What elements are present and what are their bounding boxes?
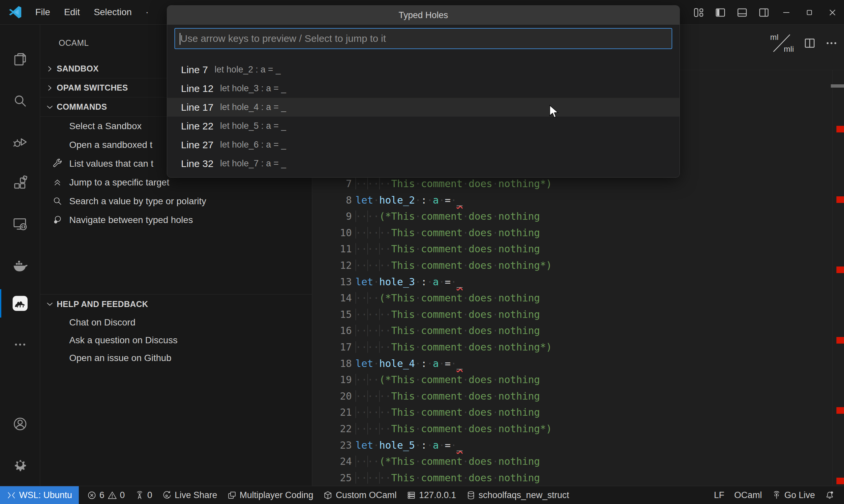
ml-mli-switch-icon[interactable]: mlmli xyxy=(769,33,795,54)
chevron-right-icon xyxy=(45,83,55,93)
chevron-right-icon xyxy=(45,64,55,74)
command-label: Jump to a specific target xyxy=(69,177,169,188)
token: · xyxy=(427,194,433,206)
token: This xyxy=(391,227,415,238)
activity-bar xyxy=(0,25,40,486)
activity-item-search[interactable] xyxy=(0,84,40,117)
quick-pick-item-description: let hole_4 : a = _ xyxy=(220,102,286,112)
status-eol[interactable]: LF xyxy=(709,486,729,504)
activity-item-settings[interactable] xyxy=(0,448,40,481)
status-remote-indicator[interactable]: WSL: Ubuntu xyxy=(0,486,79,504)
quick-pick-input[interactable] xyxy=(175,29,672,49)
token: nothing xyxy=(499,292,540,304)
token: This xyxy=(391,259,415,271)
menu-edit[interactable]: Edit xyxy=(57,0,87,24)
help-item[interactable]: Chat on Discord xyxy=(40,313,312,331)
section-header-help-and-feedback[interactable]: HELP AND FEEDBACK xyxy=(40,294,312,313)
live-share-icon xyxy=(162,490,172,500)
toggle-sidebar-icon[interactable] xyxy=(709,0,731,25)
minimap-slider[interactable] xyxy=(831,84,844,88)
quick-pick-item[interactable]: Line 32let hole_7 : a = _ xyxy=(167,154,679,173)
activity-item-accounts[interactable] xyxy=(0,408,40,440)
customize-layout-icon[interactable] xyxy=(688,0,709,25)
code-line: 25······This·comment·does·nothing xyxy=(312,470,829,486)
help-item-label: Open an issue on Github xyxy=(69,353,171,363)
activity-item-extensions[interactable] xyxy=(0,167,40,200)
status-ports[interactable]: 0 xyxy=(130,486,157,504)
quick-pick-item[interactable]: Line 12let hole_3 : a = _ xyxy=(167,79,679,98)
token: · xyxy=(463,423,468,434)
help-item[interactable]: Open an issue on Github xyxy=(40,349,312,367)
activity-item-run-debug[interactable] xyxy=(0,126,40,159)
status-live-share[interactable]: Live Share xyxy=(157,486,222,504)
menu-dots[interactable]: · xyxy=(139,0,156,24)
mouse-cursor xyxy=(547,105,561,119)
token: = xyxy=(445,439,451,451)
status-custom-ocaml[interactable]: Custom OCaml xyxy=(318,486,401,504)
more-actions-icon[interactable] xyxy=(825,37,838,50)
command-item[interactable]: Navigate between typed holes xyxy=(40,211,312,229)
activity-item-ocaml-platform[interactable] xyxy=(0,287,40,320)
status-text: Live Share xyxy=(175,490,217,500)
quick-pick-item[interactable]: Line 27let hole_6 : a = _ xyxy=(167,136,679,154)
help-item-label: Ask a question on Discuss xyxy=(69,335,177,345)
token: ···· xyxy=(356,455,379,467)
command-label: Search a value by type or polarity xyxy=(69,196,206,206)
command-item[interactable]: Search a value by type or polarity xyxy=(40,192,312,211)
minimize-button[interactable] xyxy=(775,0,798,25)
token: comment xyxy=(421,227,463,238)
toggle-panel-icon[interactable] xyxy=(731,0,753,25)
quick-pick-item[interactable]: Line 7let hole_2 : a = _ xyxy=(167,60,679,79)
token: does xyxy=(468,472,492,484)
token: · xyxy=(492,227,498,238)
maximize-button[interactable] xyxy=(798,0,821,25)
typed-hole-underscore: _ xyxy=(457,439,463,451)
token: : xyxy=(421,358,427,369)
token: hole_3 xyxy=(379,276,415,288)
token: nothing xyxy=(499,243,540,255)
status-problems[interactable]: 60 xyxy=(82,486,130,504)
quick-pick-item-label: Line 7 xyxy=(181,64,208,75)
token: comment xyxy=(421,309,463,320)
token: · xyxy=(373,439,379,451)
chevron-down-icon xyxy=(45,299,55,309)
token: ···· xyxy=(356,374,379,385)
quick-pick-item[interactable]: Line 22let hole_5 : a = _ xyxy=(167,116,679,136)
quick-pick-item[interactable]: Line 17let hole_4 : a = _ xyxy=(167,98,679,116)
token: · xyxy=(415,325,421,336)
code-text: ······This·comment·does·nothing*) xyxy=(356,259,552,271)
quick-pick-item-label: Line 12 xyxy=(181,83,213,94)
remote-icon xyxy=(6,490,16,500)
help-item[interactable]: Ask a question on Discuss xyxy=(40,331,312,349)
status-text: 127.0.0.1 xyxy=(419,490,456,500)
token: ······ xyxy=(356,341,391,353)
menu-file[interactable]: File xyxy=(28,0,57,24)
code-area[interactable]: 7······This·comment·does·nothing*)8let·h… xyxy=(312,176,829,486)
quick-pick-item-label: Line 17 xyxy=(181,102,213,113)
token: does xyxy=(468,227,492,238)
status-multiplayer-coding[interactable]: Multiplayer Coding xyxy=(222,486,318,504)
token: ······ xyxy=(356,243,391,255)
activity-item-more[interactable] xyxy=(0,328,40,361)
status-go-live[interactable]: Go Live xyxy=(767,486,820,504)
token: nothing xyxy=(499,227,540,238)
token: (*This xyxy=(379,211,415,222)
token: (*This xyxy=(379,292,415,304)
toggle-secondary-sidebar-icon[interactable] xyxy=(753,0,775,25)
token: · xyxy=(492,325,498,336)
token: does xyxy=(468,341,492,353)
code-text: let·hole_4·:·a·=·_ xyxy=(356,358,463,369)
status-database[interactable]: schoolfaqs_new_struct xyxy=(461,486,574,504)
status-language-mode[interactable]: OCaml xyxy=(729,486,767,504)
token: · xyxy=(492,390,498,402)
close-button[interactable] xyxy=(821,0,844,25)
activity-item-remote-explorer[interactable] xyxy=(0,208,40,240)
split-editor-icon[interactable] xyxy=(803,37,816,50)
status-server-address[interactable]: 127.0.0.1 xyxy=(401,486,461,504)
token: · xyxy=(415,227,421,238)
activity-item-docker[interactable] xyxy=(0,249,40,282)
token: · xyxy=(427,276,433,288)
status-notifications[interactable] xyxy=(820,486,839,504)
menu-selection[interactable]: Selection xyxy=(87,0,138,24)
activity-item-explorer[interactable] xyxy=(0,43,40,76)
